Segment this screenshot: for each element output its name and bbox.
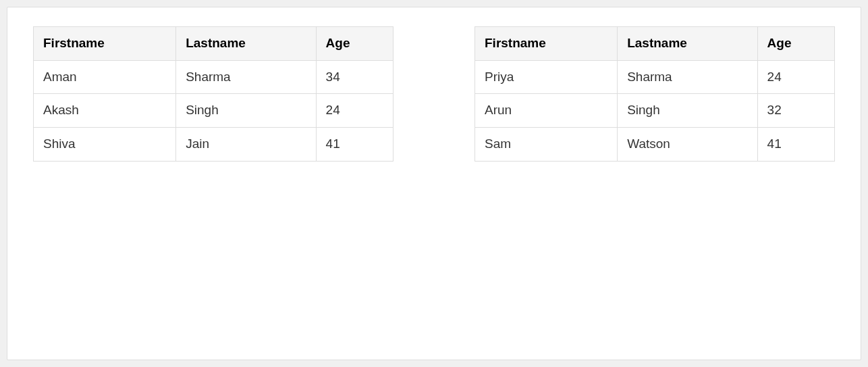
cell-lastname: Sharma bbox=[176, 60, 316, 94]
column-header-firstname: Firstname bbox=[475, 27, 618, 61]
cell-age: 24 bbox=[316, 94, 393, 128]
table-column-right: Firstname Lastname Age Priya Sharma 24 A… bbox=[474, 26, 835, 162]
table-row: Sam Watson 41 bbox=[475, 128, 835, 162]
cell-age: 24 bbox=[757, 60, 834, 94]
cell-age: 32 bbox=[757, 94, 834, 128]
column-header-lastname: Lastname bbox=[618, 27, 757, 61]
cell-firstname: Sam bbox=[475, 128, 618, 162]
table-column-left: Firstname Lastname Age Aman Sharma 34 Ak… bbox=[33, 26, 394, 162]
content-panel: Firstname Lastname Age Aman Sharma 34 Ak… bbox=[7, 7, 861, 360]
table-row: Arun Singh 32 bbox=[475, 94, 835, 128]
cell-age: 41 bbox=[316, 128, 393, 162]
data-table-left: Firstname Lastname Age Aman Sharma 34 Ak… bbox=[33, 26, 394, 162]
cell-lastname: Singh bbox=[176, 94, 316, 128]
cell-lastname: Jain bbox=[176, 128, 316, 162]
cell-firstname: Aman bbox=[34, 60, 176, 94]
column-header-age: Age bbox=[757, 27, 834, 61]
cell-age: 41 bbox=[757, 128, 834, 162]
column-header-lastname: Lastname bbox=[176, 27, 316, 61]
cell-lastname: Sharma bbox=[618, 60, 757, 94]
table-row: Priya Sharma 24 bbox=[475, 60, 835, 94]
cell-lastname: Singh bbox=[618, 94, 757, 128]
cell-lastname: Watson bbox=[618, 128, 757, 162]
table-row: Akash Singh 24 bbox=[34, 94, 394, 128]
table-header-row: Firstname Lastname Age bbox=[475, 27, 835, 61]
table-row-container: Firstname Lastname Age Aman Sharma 34 Ak… bbox=[33, 26, 835, 162]
table-header-row: Firstname Lastname Age bbox=[34, 27, 394, 61]
data-table-right: Firstname Lastname Age Priya Sharma 24 A… bbox=[474, 26, 835, 162]
cell-age: 34 bbox=[316, 60, 393, 94]
cell-firstname: Shiva bbox=[34, 128, 176, 162]
column-header-age: Age bbox=[316, 27, 393, 61]
cell-firstname: Akash bbox=[34, 94, 176, 128]
table-row: Aman Sharma 34 bbox=[34, 60, 394, 94]
column-header-firstname: Firstname bbox=[34, 27, 176, 61]
cell-firstname: Arun bbox=[475, 94, 618, 128]
table-row: Shiva Jain 41 bbox=[34, 128, 394, 162]
cell-firstname: Priya bbox=[475, 60, 618, 94]
